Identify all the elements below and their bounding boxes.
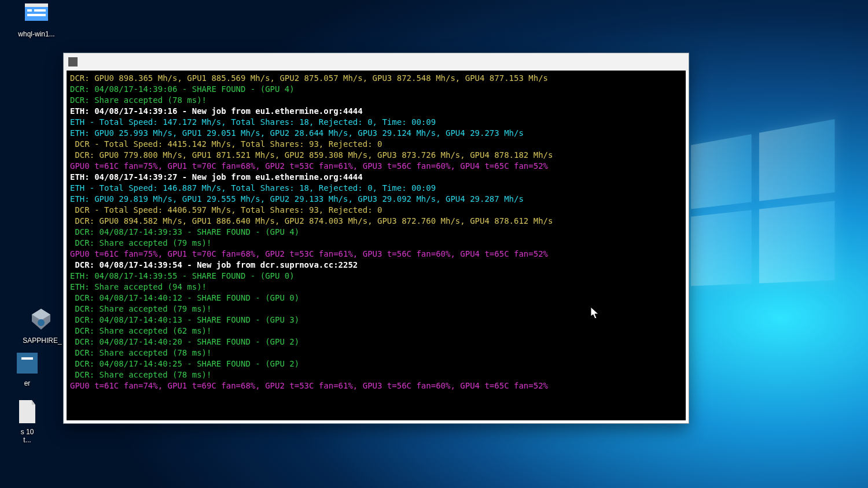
terminal-window[interactable]: DCR: GPU0 898.365 Mh/s, GPU1 885.569 Mh/… xyxy=(63,53,689,424)
desktop-icon-label: whql-win1... xyxy=(13,30,60,38)
desktop-icon-s10[interactable]: s 10 t... xyxy=(3,398,51,444)
log-line: GPU0 t=61C fan=75%, GPU1 t=70C fan=68%, … xyxy=(70,249,682,260)
log-line: DCR: Share accepted (62 ms)! xyxy=(70,326,682,337)
terminal-log: DCR: GPU0 898.365 Mh/s, GPU1 885.569 Mh/… xyxy=(70,73,682,391)
log-line: ETH - Total Speed: 147.172 Mh/s, Total S… xyxy=(70,117,682,128)
log-line: DCR: 04/08/17-14:39:54 - New job from dc… xyxy=(70,260,682,271)
log-line: ETH - Total Speed: 146.887 Mh/s, Total S… xyxy=(70,183,682,194)
log-line: DCR: GPU0 898.365 Mh/s, GPU1 885.569 Mh/… xyxy=(70,73,682,84)
terminal-app-icon xyxy=(68,57,78,66)
log-line: ETH: GPU0 25.993 Mh/s, GPU1 29.051 Mh/s,… xyxy=(70,128,682,139)
desktop-icon-label: SAPPHIRE_ xyxy=(19,337,66,345)
log-line: DCR: GPU0 894.582 Mh/s, GPU1 886.640 Mh/… xyxy=(70,216,682,227)
log-line: ETH: 04/08/17-14:39:55 - SHARE FOUND - (… xyxy=(70,271,682,282)
log-line: DCR: Share accepted (78 ms)! xyxy=(70,95,682,106)
log-line: DCR: GPU0 779.800 Mh/s, GPU1 871.521 Mh/… xyxy=(70,150,682,161)
sapphire-icon xyxy=(28,306,56,334)
log-line: DCR - Total Speed: 4406.597 Mh/s, Total … xyxy=(70,205,682,216)
log-line: ETH: Share accepted (94 ms)! xyxy=(70,282,682,293)
svg-point-0 xyxy=(38,319,45,326)
desktop-icon-label: er xyxy=(3,379,51,387)
er-icon xyxy=(13,349,41,377)
log-line: DCR: 04/08/17-14:40:25 - SHARE FOUND - (… xyxy=(70,358,682,369)
s10-icon xyxy=(13,398,41,426)
windows-desktop[interactable]: whql-win1...SAPPHIRE_ers 10 t... DCR: GP… xyxy=(0,0,868,488)
log-line: ETH: 04/08/17-14:39:27 - New job from eu… xyxy=(70,172,682,183)
log-line: DCR: Share accepted (79 ms)! xyxy=(70,238,682,249)
terminal-body[interactable]: DCR: GPU0 898.365 Mh/s, GPU1 885.569 Mh/… xyxy=(67,71,686,420)
log-line: DCR: Share accepted (78 ms)! xyxy=(70,369,682,380)
log-line: DCR: 04/08/17-14:39:33 - SHARE FOUND - (… xyxy=(70,227,682,238)
log-line: DCR: 04/08/17-14:40:20 - SHARE FOUND - (… xyxy=(70,337,682,347)
log-line: ETH: GPU0 29.819 Mh/s, GPU1 29.555 Mh/s,… xyxy=(70,194,682,205)
desktop-icon-er[interactable]: er xyxy=(3,349,51,387)
log-line: ETH: 04/08/17-14:39:16 - New job from eu… xyxy=(70,106,682,117)
log-line: DCR: 04/08/17-14:39:06 - SHARE FOUND - (… xyxy=(70,84,682,95)
log-line: DCR: Share accepted (78 ms)! xyxy=(70,347,682,358)
desktop-icon-label: s 10 t... xyxy=(3,428,51,444)
log-line: DCR: 04/08/17-14:40:12 - SHARE FOUND - (… xyxy=(70,293,682,304)
log-line: DCR - Total Speed: 4415.142 Mh/s, Total … xyxy=(70,139,682,150)
terminal-titlebar[interactable] xyxy=(64,53,689,71)
whql-win1-icon xyxy=(23,0,50,28)
log-line: GPU0 t=61C fan=74%, GPU1 t=69C fan=68%, … xyxy=(70,380,682,391)
log-line: GPU0 t=61C fan=75%, GPU1 t=70C fan=68%, … xyxy=(70,161,682,172)
desktop-icon-whql-win1[interactable]: whql-win1... xyxy=(13,0,60,38)
wallpaper-windows-logo xyxy=(691,119,834,286)
desktop-icon-sapphire[interactable]: SAPPHIRE_ xyxy=(19,306,66,345)
mouse-cursor-icon xyxy=(590,306,599,320)
